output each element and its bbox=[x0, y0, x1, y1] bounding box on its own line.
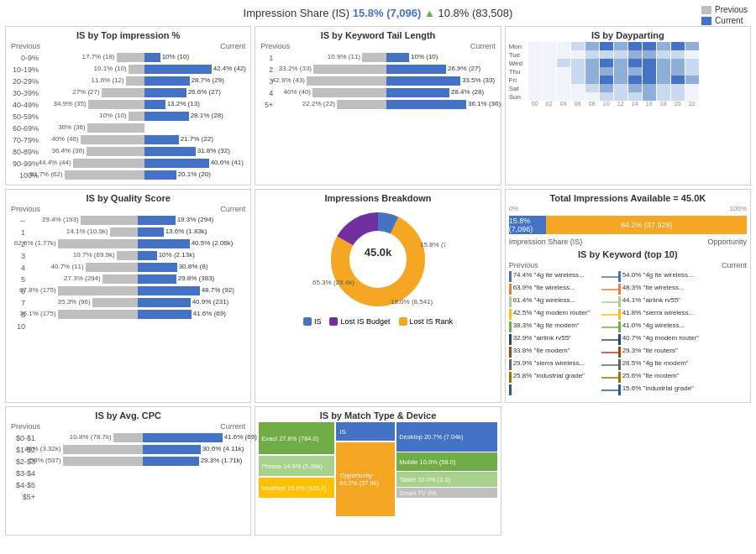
match-type-title: IS by Match Type & Device bbox=[259, 410, 496, 421]
daypart-cell bbox=[585, 92, 599, 101]
curr-bar bbox=[138, 216, 176, 225]
keyword-prev-item: 74.4% "4g lte wireless... bbox=[509, 271, 601, 282]
svg-text:45.0k: 45.0k bbox=[365, 246, 392, 259]
prev-bar bbox=[129, 112, 144, 121]
curr-val: 41.6% (69) bbox=[224, 433, 257, 441]
bar-area: 44% (3.32k)30.6% (4.11k) bbox=[38, 444, 247, 455]
prev-bar bbox=[88, 100, 144, 109]
prev-bar bbox=[87, 147, 144, 156]
donut-container: 45.0k 15.8% (7,096) 65.3% (29.4k) 19.0% … bbox=[259, 205, 496, 326]
daypart-cell bbox=[657, 76, 670, 84]
keyword-tail-bars: 110.9% (11)10% (10)233.2% (33)26.9% (27)… bbox=[259, 52, 496, 110]
daypart-cell bbox=[543, 76, 556, 84]
bar-row: 342.9% (43)33.5% (33) bbox=[259, 76, 496, 86]
prev-val: 76.1% (175) bbox=[19, 310, 56, 317]
curr-bar bbox=[386, 76, 460, 86]
qs-prev-header: Previous bbox=[11, 205, 40, 213]
bar-area: 44.4% (44)40.6% (41) bbox=[41, 158, 247, 169]
daypart-cell bbox=[528, 67, 542, 76]
bar-row: 440.7% (11)30.8% (8) bbox=[9, 262, 247, 273]
row-label: 5 bbox=[9, 275, 28, 284]
keyword-curr-item: 40.7% "4g modem router" bbox=[618, 334, 747, 345]
daypart-cell bbox=[557, 59, 570, 67]
svg-text:65.3% (29.4k): 65.3% (29.4k) bbox=[312, 279, 354, 286]
daypart-cell bbox=[643, 67, 656, 76]
bar-area: 29.4% (193)19.3% (294) bbox=[28, 215, 247, 226]
bar-area: 17.7% (18)10% (10) bbox=[41, 52, 247, 63]
bar-row: 50-59%10% (10)28.1% (28) bbox=[9, 111, 247, 122]
curr-val: 28.1% (28) bbox=[191, 112, 223, 119]
bar-row: 440% (40)28.4% (28) bbox=[259, 87, 496, 98]
keyword-tail-col-headers: Previous Current bbox=[259, 42, 496, 50]
curr-val: 30.6% (4.11k) bbox=[202, 445, 244, 452]
daypart-cell bbox=[685, 76, 699, 84]
bar-area: 10.9% (11)10% (10) bbox=[276, 52, 496, 63]
row-label: 30-39% bbox=[9, 89, 41, 97]
row-label: 20-29% bbox=[9, 77, 41, 86]
daypart-day-label: Sat bbox=[509, 85, 528, 92]
curr-bar bbox=[138, 227, 164, 237]
prev-val: 40% (40) bbox=[284, 88, 311, 96]
keyword-prev-item: 33.8% "lte modem" bbox=[509, 347, 601, 358]
prev-val: 42.9% (43) bbox=[272, 76, 305, 84]
curr-bar bbox=[144, 112, 189, 121]
row-label: $5+ bbox=[9, 493, 38, 501]
daypart-cell bbox=[628, 42, 642, 50]
axis-100: 100% bbox=[730, 205, 747, 212]
daypart-cell bbox=[600, 50, 613, 59]
daypart-cell bbox=[543, 67, 556, 76]
keyword-prev-item: 25.8% "industrial grade" bbox=[509, 372, 601, 383]
row-label: 60-69% bbox=[9, 124, 41, 133]
prev-val: 17.7% (18) bbox=[82, 53, 115, 60]
curr-val: 10% (10) bbox=[411, 53, 438, 60]
daypart-hour-label: 08 bbox=[585, 101, 599, 107]
bar-row: --29.4% (193)19.3% (294) bbox=[9, 215, 247, 226]
bar-row: 114.1% (10.9k)13.6% (1.83k) bbox=[9, 227, 247, 238]
daypart-cell bbox=[614, 50, 627, 59]
legend-lost-budget: Lost IS Budget bbox=[329, 317, 390, 326]
curr-header: Current bbox=[220, 42, 245, 50]
kw-curr-header: Current bbox=[722, 261, 747, 269]
bar-row: $0-$110.8% (78.7k)41.6% (69) bbox=[9, 432, 247, 443]
prev-bar bbox=[65, 170, 144, 180]
row-label: 10-19% bbox=[9, 65, 41, 74]
daypart-hour-label: 14 bbox=[628, 101, 642, 107]
prev-bar bbox=[86, 263, 138, 272]
prev-val: 36.4% (36) bbox=[52, 147, 85, 154]
keyword-prev-item: 63.9% "lte wireless... bbox=[509, 284, 601, 295]
opp-middle-bar: Opportunity 84.2% (37.9k) bbox=[336, 442, 395, 516]
opp-bar-segment: 84.2% (37,929) bbox=[546, 216, 747, 234]
donut-svg: 45.0k 15.8% (7,096) 65.3% (29.4k) 19.0% … bbox=[311, 205, 445, 314]
bar-area: 10.7% (69.9k)10% (2.13k) bbox=[28, 250, 247, 261]
prev-val: 62.6% (1.77k) bbox=[14, 239, 56, 247]
curr-bar bbox=[144, 170, 176, 180]
curr-bar bbox=[144, 147, 196, 156]
svg-point-3 bbox=[350, 232, 406, 287]
bar-row: $5+ bbox=[9, 491, 247, 502]
device-right: Desktop 20.7% (7.04k)Mobile 10.0% (58.0)… bbox=[396, 422, 496, 531]
bar-area bbox=[28, 321, 247, 332]
bar-area: 34.9% (35)13.2% (13) bbox=[41, 99, 247, 110]
keyword-top10-title: IS by Keyword (top 10) bbox=[509, 249, 747, 259]
daypart-cell bbox=[657, 84, 670, 92]
daypart-cell bbox=[557, 50, 570, 59]
curr-bar bbox=[386, 100, 466, 109]
daypart-cell bbox=[671, 76, 685, 84]
match-type-content: Exact 27.8% (784.0)Phrase 14.9% (5.98k)M… bbox=[259, 422, 496, 531]
row-label: 1 bbox=[259, 54, 276, 62]
keyword-prev-item bbox=[509, 384, 601, 395]
device-bar: Mobile 10.0% (58.0) bbox=[396, 452, 496, 471]
bar-area: 40% (46)21.7% (22) bbox=[41, 134, 247, 145]
row-label: $3-$4 bbox=[9, 469, 38, 478]
header-title: Impression Share (IS) bbox=[244, 7, 349, 19]
curr-bar bbox=[138, 274, 176, 284]
daypart-cells bbox=[528, 59, 699, 67]
bar-row: $3-$4 bbox=[9, 468, 247, 478]
dayparting-content: MonTueWedThuFriSatSun0002040608101214161… bbox=[509, 42, 747, 107]
daypart-cell bbox=[600, 67, 613, 76]
panel-keyword-tail-title: IS by Keyword Tail Length bbox=[259, 30, 496, 40]
prev-val: 67.8% (175) bbox=[19, 286, 56, 294]
daypart-cell bbox=[585, 76, 599, 84]
bar-area: 42.9% (43)33.5% (33) bbox=[276, 76, 496, 86]
daypart-cell bbox=[614, 67, 627, 76]
